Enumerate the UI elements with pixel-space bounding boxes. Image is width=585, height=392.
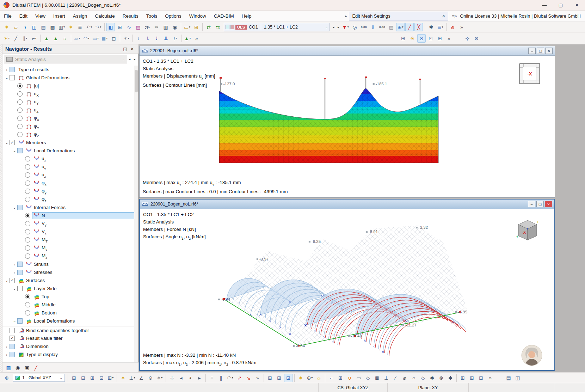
undo-icon[interactable]: ↶▾	[85, 23, 93, 31]
snap-perp-icon[interactable]: ⊥▾	[128, 374, 136, 382]
maximize-button[interactable]: ▢	[553, 0, 569, 10]
window2-maximize-icon[interactable]: ▢	[536, 201, 544, 207]
snap-angle-icon[interactable]: ∠	[137, 374, 146, 382]
dir-up-icon[interactable]: ↗	[235, 374, 244, 382]
menu-file[interactable]: File	[0, 11, 16, 22]
show-reactions-icon[interactable]: ⇓	[369, 23, 377, 31]
tree-item-bind-same-quantities-together[interactable]: Bind same quantities together	[2, 326, 134, 334]
grid-type-icon[interactable]: ⊟	[79, 374, 87, 382]
navigator-cube-icon[interactable]: ◫	[30, 23, 38, 31]
asterisk2-icon[interactable]: ✱	[446, 374, 455, 382]
more-bottom1-icon[interactable]: »	[253, 374, 262, 382]
render-lamp-icon[interactable]: ☼	[315, 374, 323, 382]
grid-points-icon[interactable]: ⊡	[97, 374, 106, 382]
tree-item-strains[interactable]: ›Strains	[2, 260, 134, 268]
radio-button[interactable]	[17, 132, 23, 137]
tree-item-u[interactable]: uz	[2, 171, 134, 179]
tables-icon[interactable]: ▤	[39, 23, 48, 31]
tree-item-stresses[interactable]: ›Stresses	[2, 268, 134, 276]
tree-item--[interactable]: φX	[2, 114, 134, 122]
new-line-help-icon[interactable]: ∥▾	[21, 34, 29, 43]
asterisk-icon[interactable]: ✱	[428, 374, 436, 382]
open-folder-icon[interactable]: ▱	[12, 23, 20, 31]
menu-tools[interactable]: Tools	[142, 11, 161, 22]
navigator-drag-rail[interactable]	[0, 44, 2, 372]
more-bottom2-icon[interactable]: »	[486, 374, 494, 382]
menu-calculate[interactable]: Calculate	[91, 11, 118, 22]
coord-point-icon[interactable]: ⊹	[168, 374, 176, 382]
license-search-icon[interactable]: ≡⌕	[452, 13, 457, 19]
menu-cad-bim[interactable]: CAD-BIM	[210, 11, 238, 22]
grid-b9-icon[interactable]: ⊡	[477, 374, 485, 382]
radio-button[interactable]	[25, 237, 30, 243]
tree-item--[interactable]: φy	[2, 187, 134, 195]
printout-icon[interactable]: ▥	[161, 23, 170, 31]
nav-prev-button[interactable]: ◂	[127, 55, 132, 63]
tree-item-dimension[interactable]: ›Dimension	[2, 342, 134, 350]
menu-assign[interactable]: Assign	[69, 11, 91, 22]
radio-button[interactable]	[25, 310, 30, 316]
new-nurbs-icon[interactable]: ◠▾	[82, 34, 91, 43]
tree-item-type-of-display[interactable]: ›Type of display	[2, 350, 134, 359]
expander-icon[interactable]: ⌄	[4, 75, 10, 80]
snap-node-icon[interactable]: ✶	[119, 374, 127, 382]
script-icon[interactable]: SC	[152, 23, 161, 31]
filter-results-icon[interactable]: ▼▾	[341, 23, 350, 31]
step-back-icon[interactable]: ◂	[177, 374, 185, 382]
save-icon[interactable]: ▦	[48, 23, 57, 31]
window1-maximize-icon[interactable]: ▢	[537, 48, 544, 54]
tree-item--[interactable]: φx	[2, 179, 134, 187]
surface-support-icon[interactable]: ≈	[61, 34, 69, 43]
checkbox[interactable]: ✓	[10, 140, 15, 145]
window2-close-icon[interactable]: ✕	[545, 201, 552, 207]
otimes-icon[interactable]: ⊗	[437, 374, 445, 382]
checkbox[interactable]: ✓	[10, 336, 15, 341]
radio-button[interactable]	[25, 245, 30, 251]
checkbox[interactable]	[10, 344, 15, 349]
values-on-surfaces-icon[interactable]: ⊞▾	[396, 23, 405, 31]
tree-item-u[interactable]: uZ	[2, 106, 134, 114]
new-block-icon[interactable]: ◻	[110, 34, 118, 43]
view-cube-widget[interactable]: -X + +	[513, 218, 541, 243]
grid-show-icon[interactable]: ⊞	[70, 374, 78, 382]
checkbox[interactable]	[17, 148, 23, 153]
new-object-icon[interactable]: ▭▾	[183, 23, 191, 31]
menu-insert[interactable]: Insert	[49, 11, 69, 22]
expander-icon[interactable]: ›	[12, 262, 17, 267]
radio-button[interactable]	[25, 156, 30, 161]
expander-icon[interactable]: ⌄	[12, 319, 17, 323]
snap-b1-icon[interactable]: ✶	[296, 374, 305, 382]
grid-settings2-icon[interactable]: ⊞▾	[106, 374, 115, 382]
navigator-close-icon[interactable]: ✕	[129, 47, 136, 51]
find-error-icon[interactable]: ⌀	[448, 23, 457, 31]
tree-item--[interactable]: φY	[2, 122, 134, 130]
surface-load-icon[interactable]: ⇊	[162, 34, 170, 43]
mesh-b2-icon[interactable]: ⊞	[275, 374, 283, 382]
nav-next-button[interactable]: ▸	[132, 55, 137, 63]
panel-colors-icon[interactable]: ▤	[134, 23, 142, 31]
radio-button[interactable]	[17, 116, 23, 121]
work-plane-icon[interactable]: ⊚	[2, 374, 11, 382]
refine-mesh-icon[interactable]: ⊹	[463, 34, 472, 43]
grid-rotate-icon[interactable]: ⊞	[88, 374, 97, 382]
more-toolbar1-icon[interactable]: »	[457, 23, 466, 31]
result-values-icon[interactable]: X.XX	[359, 23, 368, 31]
command-console-icon[interactable]: ≫	[143, 23, 152, 31]
checkbox[interactable]	[17, 270, 23, 275]
mesh-b3-icon[interactable]: ⊡	[284, 374, 292, 382]
checkbox[interactable]	[17, 286, 23, 291]
panel-expand-icon[interactable]: ▸	[345, 14, 347, 18]
tree-item-bottom[interactable]: Bottom	[2, 309, 134, 317]
radio-button[interactable]	[25, 172, 30, 178]
window1-canvas[interactable]: CO1 - 1.35 * LC1 + LC2Static AnalysisMem…	[140, 56, 555, 197]
stacked-results-icon[interactable]: ▤	[387, 23, 395, 31]
rhombus2-icon[interactable]: ◇	[419, 374, 427, 382]
expander-icon[interactable]: ⌄	[12, 148, 17, 153]
window1-close-icon[interactable]: ✕	[545, 48, 553, 54]
mesh-points-icon[interactable]: ⊡	[426, 34, 435, 43]
tree-item-|u|[interactable]: |u|	[2, 82, 134, 90]
dlubal-center-icon[interactable]: ◑	[21, 23, 29, 31]
tree-item-n[interactable]: N	[2, 212, 134, 220]
new-node-icon[interactable]: ✶▾	[2, 34, 11, 43]
printout-report-icon[interactable]: ≣	[76, 23, 84, 31]
